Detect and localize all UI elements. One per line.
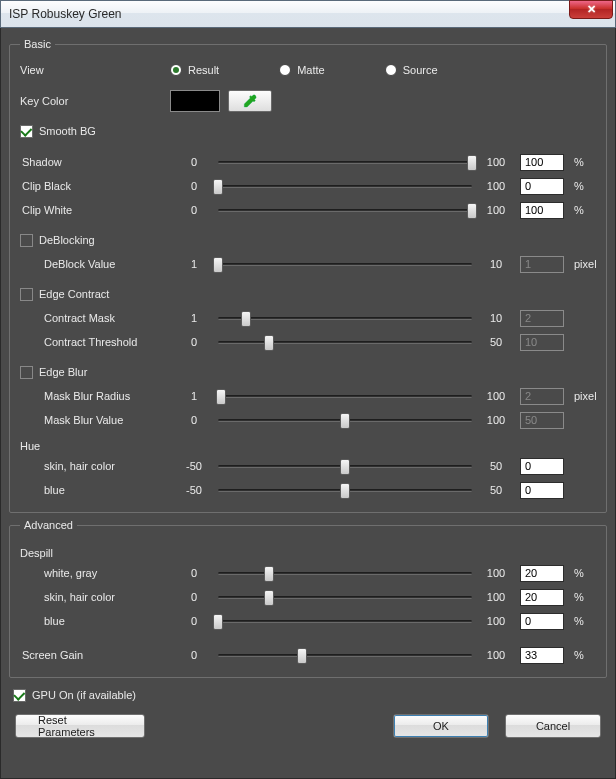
despill-skin-slider[interactable] [218, 588, 472, 606]
contract-threshold-label: Contract Threshold [20, 336, 170, 348]
deblock-value-input [520, 256, 564, 273]
hue-blue-max: 50 [478, 484, 514, 496]
view-radio-source[interactable]: Source [385, 64, 438, 76]
edge-contract-checkbox[interactable] [20, 288, 33, 301]
gpu-label: GPU On (if available) [32, 689, 136, 701]
despill-skin-unit: % [574, 591, 596, 603]
hue-blue-row: blue -50 50 [20, 478, 596, 502]
mask-blur-value-min: 0 [176, 414, 212, 426]
mask-blur-radius-max: 100 [478, 390, 514, 402]
deblock-value-label: DeBlock Value [20, 258, 170, 270]
gpu-checkbox[interactable] [13, 689, 26, 702]
ok-button[interactable]: OK [393, 714, 489, 738]
screen-gain-slider[interactable] [218, 646, 472, 664]
slider-thumb-icon [264, 566, 274, 582]
mask-blur-value-label: Mask Blur Value [20, 414, 170, 426]
contract-mask-input [520, 310, 564, 327]
radio-icon [170, 64, 182, 76]
contract-mask-min: 1 [176, 312, 212, 324]
despill-white-min: 0 [176, 567, 212, 579]
hue-skin-row: skin, hair color -50 50 [20, 454, 596, 478]
hue-blue-slider[interactable] [218, 481, 472, 499]
despill-blue-input[interactable] [520, 613, 564, 630]
clip-white-input[interactable] [520, 202, 564, 219]
clip-black-unit: % [574, 180, 596, 192]
despill-white-input[interactable] [520, 565, 564, 582]
despill-blue-unit: % [574, 615, 596, 627]
mask-blur-value-row: Mask Blur Value 0 100 [20, 408, 596, 432]
contract-threshold-slider[interactable] [218, 333, 472, 351]
slider-thumb-icon [213, 614, 223, 630]
despill-skin-label: skin, hair color [20, 591, 170, 603]
contract-mask-label: Contract Mask [20, 312, 170, 324]
despill-skin-input[interactable] [520, 589, 564, 606]
slider-thumb-icon [340, 483, 350, 499]
contract-threshold-row: Contract Threshold 0 50 [20, 330, 596, 354]
mask-blur-radius-slider[interactable] [218, 387, 472, 405]
radio-icon [279, 64, 291, 76]
radio-label: Result [188, 64, 219, 76]
advanced-group: Advanced Despill white, gray 0 100 % ski… [9, 519, 607, 678]
edge-contract-label: Edge Contract [39, 288, 109, 300]
despill-white-row: white, gray 0 100 % [20, 561, 596, 585]
contract-mask-max: 10 [478, 312, 514, 324]
contract-mask-slider[interactable] [218, 309, 472, 327]
shadow-min: 0 [176, 156, 212, 168]
despill-blue-slider[interactable] [218, 612, 472, 630]
view-radio-result[interactable]: Result [170, 64, 219, 76]
despill-white-unit: % [574, 567, 596, 579]
deblock-value-slider[interactable] [218, 255, 472, 273]
screen-gain-label: Screen Gain [20, 649, 170, 661]
shadow-slider[interactable] [218, 153, 472, 171]
clip-white-row: Clip White 0 100 % [20, 198, 596, 222]
view-label: View [20, 64, 170, 76]
shadow-input[interactable] [520, 154, 564, 171]
edge-blur-checkbox[interactable] [20, 366, 33, 379]
clip-black-slider[interactable] [218, 177, 472, 195]
clip-white-slider[interactable] [218, 201, 472, 219]
gpu-row: GPU On (if available) [13, 684, 607, 706]
close-icon: ✕ [587, 3, 596, 16]
despill-blue-row: blue 0 100 % [20, 609, 596, 633]
basic-legend: Basic [20, 38, 55, 50]
edge-blur-label: Edge Blur [39, 366, 87, 378]
radio-label: Source [403, 64, 438, 76]
view-radio-matte[interactable]: Matte [279, 64, 325, 76]
slider-thumb-icon [297, 648, 307, 664]
eyedropper-button[interactable] [228, 90, 272, 112]
key-color-row: Key Color [20, 86, 596, 116]
despill-white-max: 100 [478, 567, 514, 579]
close-button[interactable]: ✕ [569, 0, 613, 19]
deblocking-checkbox[interactable] [20, 234, 33, 247]
clip-black-input[interactable] [520, 178, 564, 195]
contract-mask-row: Contract Mask 1 10 [20, 306, 596, 330]
reset-parameters-button[interactable]: Reset Parameters [15, 714, 145, 738]
contract-threshold-max: 50 [478, 336, 514, 348]
despill-white-slider[interactable] [218, 564, 472, 582]
despill-header: Despill [20, 547, 596, 559]
hue-skin-input[interactable] [520, 458, 564, 475]
view-row: View Result Matte Source [20, 58, 596, 82]
radio-icon [385, 64, 397, 76]
shadow-unit: % [574, 156, 596, 168]
clip-black-min: 0 [176, 180, 212, 192]
screen-gain-row: Screen Gain 0 100 % [20, 643, 596, 667]
hue-skin-slider[interactable] [218, 457, 472, 475]
key-color-swatch[interactable] [170, 90, 220, 112]
radio-label: Matte [297, 64, 325, 76]
smooth-bg-checkbox[interactable] [20, 125, 33, 138]
mask-blur-value-slider[interactable] [218, 411, 472, 429]
shadow-label: Shadow [20, 156, 170, 168]
hue-blue-input[interactable] [520, 482, 564, 499]
deblock-value-unit: pixel [574, 258, 596, 270]
cancel-button[interactable]: Cancel [505, 714, 601, 738]
slider-thumb-icon [213, 179, 223, 195]
edge-blur-header: Edge Blur [20, 362, 596, 382]
contract-threshold-input [520, 334, 564, 351]
advanced-legend: Advanced [20, 519, 77, 531]
button-row: Reset Parameters OK Cancel [9, 712, 607, 744]
deblocking-header: DeBlocking [20, 230, 596, 250]
smooth-bg-row: Smooth BG [20, 120, 596, 142]
screen-gain-input[interactable] [520, 647, 564, 664]
hue-header: Hue [20, 440, 596, 452]
